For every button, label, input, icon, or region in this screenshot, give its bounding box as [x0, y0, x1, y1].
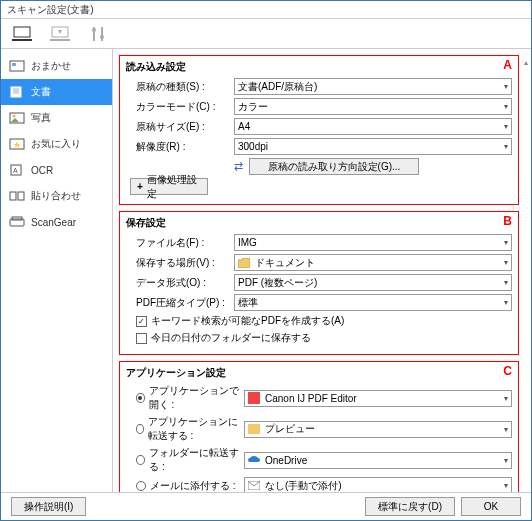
svg-rect-1 [12, 39, 32, 41]
svg-rect-3 [50, 39, 70, 41]
image-processing-button[interactable]: + 画像処理設定 [130, 178, 208, 195]
pdfcomp-label: PDF圧縮タイプ(P) : [126, 296, 234, 310]
photo-icon [9, 111, 25, 125]
svg-rect-19 [10, 192, 16, 200]
onedrive-icon [248, 454, 260, 466]
sidebar-item-label: OCR [31, 165, 53, 176]
sidebar-item-label: 写真 [31, 111, 51, 125]
dialog-window: スキャン設定(文書) おまかせ 文書 写真 [0, 0, 532, 521]
sidebar-item-document[interactable]: 文書 [1, 79, 112, 105]
date-folder-label: 今日の日付のフォルダーに保存する [151, 331, 311, 345]
svg-point-7 [100, 35, 104, 39]
scan-from-pc-icon[interactable] [11, 23, 33, 45]
instructions-button[interactable]: 操作説明(I) [11, 497, 86, 516]
sidebar-item-label: 貼り合わせ [31, 189, 81, 203]
svg-rect-20 [18, 192, 24, 200]
footer: 操作説明(I) 標準に戻す(D) OK [1, 492, 531, 520]
open-with-label: アプリケーションで開く : [149, 384, 244, 412]
svg-rect-24 [248, 424, 260, 434]
window-title: スキャン設定(文書) [7, 4, 94, 15]
attach-email-select[interactable]: なし(手動で添付) [244, 477, 512, 492]
section-a-title: 読み込み設定 [126, 60, 512, 74]
scan-options-section: ▴ A 読み込み設定 原稿の種類(S) : 文書(ADF/原稿台) カラーモード… [119, 55, 519, 205]
send-to-folder-label: フォルダーに転送する : [149, 446, 244, 474]
folder-icon [238, 257, 250, 269]
ok-button[interactable]: OK [461, 497, 521, 516]
settings-tools-icon[interactable] [87, 23, 109, 45]
date-folder-checkbox[interactable] [136, 333, 147, 344]
savein-select[interactable]: ドキュメント [234, 254, 512, 271]
open-with-select[interactable]: Canon IJ PDF Editor [244, 390, 512, 407]
svg-rect-0 [14, 27, 30, 37]
send-to-app-label: アプリケーションに転送する : [148, 415, 244, 443]
section-letter-c: C [503, 364, 512, 378]
resolution-label: 解像度(R) : [126, 140, 234, 154]
ocr-icon: A [9, 163, 25, 177]
application-settings-section: C アプリケーション設定 アプリケーションで開く : Canon IJ PDF … [119, 361, 519, 492]
auto-icon [9, 59, 25, 73]
section-letter-b: B [503, 214, 512, 228]
svg-point-6 [92, 28, 96, 32]
sidebar-item-favorite[interactable]: お気に入り [1, 131, 112, 157]
save-settings-section: B 保存設定 ファイル名(F) : IMG 保存する場所(V) : ドキュメント… [119, 211, 519, 355]
scroll-up-icon[interactable]: ▴ [524, 58, 528, 67]
send-to-app-radio[interactable] [136, 424, 144, 434]
scangear-icon [9, 215, 25, 229]
section-b-title: 保存設定 [126, 216, 512, 230]
resolution-select[interactable]: 300dpi [234, 138, 512, 155]
attach-email-radio[interactable] [136, 481, 146, 491]
mail-icon [248, 480, 260, 492]
send-to-app-select[interactable]: プレビュー [244, 421, 512, 438]
sidebar: おまかせ 文書 写真 お気に入り A OCR 貼り合わせ [1, 49, 113, 492]
filename-label: ファイル名(F) : [126, 236, 234, 250]
sidebar-item-auto[interactable]: おまかせ [1, 53, 112, 79]
format-label: データ形式(O) : [126, 276, 234, 290]
top-toolbar [1, 19, 531, 49]
section-c-title: アプリケーション設定 [126, 366, 512, 380]
pdfcomp-select[interactable]: 標準 [234, 294, 512, 311]
stitch-icon [9, 189, 25, 203]
sidebar-item-ocr[interactable]: A OCR [1, 157, 112, 183]
favorite-icon [9, 137, 25, 151]
content-area: ▴ A 読み込み設定 原稿の種類(S) : 文書(ADF/原稿台) カラーモード… [113, 49, 531, 492]
plus-icon: + [137, 181, 143, 192]
defaults-button[interactable]: 標準に戻す(D) [365, 497, 455, 516]
svg-text:A: A [13, 167, 18, 174]
source-label: 原稿の種類(S) : [126, 80, 234, 94]
sidebar-item-label: 文書 [31, 85, 51, 99]
send-to-folder-select[interactable]: OneDrive [244, 452, 512, 469]
color-label: カラーモード(C) : [126, 100, 234, 114]
open-with-radio[interactable] [136, 393, 145, 403]
document-icon [9, 85, 25, 99]
color-select[interactable]: カラー [234, 98, 512, 115]
title-bar: スキャン設定(文書) [1, 1, 531, 19]
sidebar-item-scangear[interactable]: ScanGear [1, 209, 112, 235]
main-row: おまかせ 文書 写真 お気に入り A OCR 貼り合わせ [1, 49, 531, 492]
swap-icon[interactable]: ⇄ [234, 160, 243, 173]
section-letter-a: A [503, 58, 512, 72]
svg-point-15 [13, 115, 16, 118]
savein-label: 保存する場所(V) : [126, 256, 234, 270]
size-label: 原稿サイズ(E) : [126, 120, 234, 134]
keyword-pdf-label: キーワード検索が可能なPDFを作成する(A) [151, 314, 344, 328]
orientation-settings-button[interactable]: 原稿の読み取り方向設定(G)... [249, 158, 419, 175]
sidebar-item-label: お気に入り [31, 137, 81, 151]
sidebar-item-label: おまかせ [31, 59, 71, 73]
sidebar-item-stitch[interactable]: 貼り合わせ [1, 183, 112, 209]
sidebar-item-label: ScanGear [31, 217, 76, 228]
scan-from-panel-icon[interactable] [49, 23, 71, 45]
filename-select[interactable]: IMG [234, 234, 512, 251]
preview-icon [248, 423, 260, 435]
source-select[interactable]: 文書(ADF/原稿台) [234, 78, 512, 95]
format-select[interactable]: PDF (複数ページ) [234, 274, 512, 291]
size-select[interactable]: A4 [234, 118, 512, 135]
keyword-pdf-checkbox[interactable]: ✓ [136, 316, 147, 327]
svg-rect-23 [248, 392, 260, 404]
pdf-editor-icon [248, 392, 260, 404]
svg-rect-9 [12, 63, 16, 66]
sidebar-item-photo[interactable]: 写真 [1, 105, 112, 131]
send-to-folder-radio[interactable] [136, 455, 145, 465]
attach-email-label: メールに添付する : [150, 479, 236, 493]
